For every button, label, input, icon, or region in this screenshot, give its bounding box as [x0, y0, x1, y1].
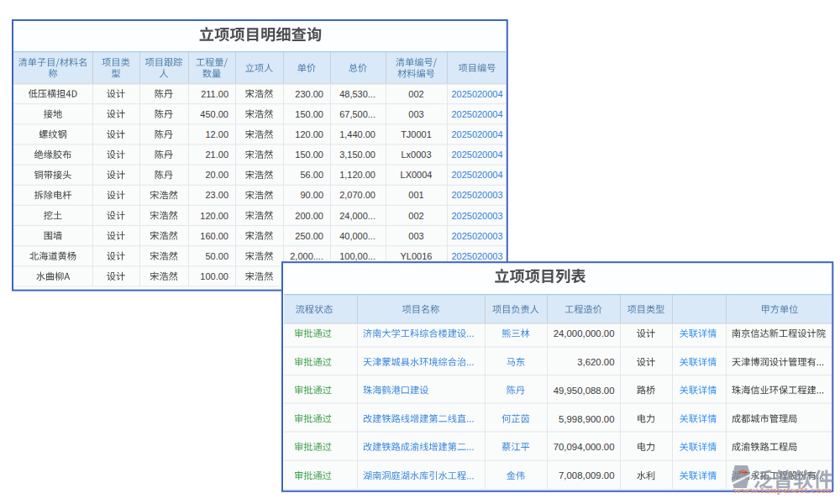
svg-text:49,950,088.00: 49,950,088.00 [554, 386, 615, 396]
svg-text:7,008,009.00: 7,008,009.00 [559, 470, 615, 480]
svg-text:24,000,000.00: 24,000,000.00 [554, 328, 615, 339]
svg-text:200.00: 200.00 [295, 211, 323, 221]
svg-text:100.00: 100.00 [200, 271, 228, 281]
svg-text:2025020004: 2025020004 [451, 129, 502, 139]
svg-text:TJ0001: TJ0001 [401, 129, 432, 139]
svg-text:1,120.00: 1,120.00 [339, 170, 375, 180]
svg-text:21.00: 21.00 [205, 150, 228, 160]
svg-text:3,620.00: 3,620.00 [577, 357, 614, 367]
svg-text:70,094,000.00: 70,094,000.00 [554, 442, 615, 452]
svg-text:2025020003: 2025020003 [451, 251, 502, 261]
svg-text:2025020004: 2025020004 [451, 170, 502, 180]
svg-text:2025020004: 2025020004 [451, 109, 502, 119]
svg-text:12.00: 12.00 [205, 129, 228, 139]
svg-text:2025020004: 2025020004 [451, 89, 502, 99]
svg-text:450.00: 450.00 [200, 109, 228, 119]
svg-text:67,500...: 67,500... [339, 109, 375, 119]
svg-text:150.00: 150.00 [295, 109, 323, 119]
svg-text:50.00: 50.00 [205, 251, 228, 261]
svg-text:www.fanpusoft.com: www.fanpusoft.com [733, 485, 832, 495]
svg-text:LX0004: LX0004 [401, 170, 433, 180]
svg-text:001: 001 [408, 190, 423, 200]
svg-text:56.00: 56.00 [300, 170, 323, 180]
svg-text:YL0016: YL0016 [401, 251, 433, 261]
svg-text:3,150.00: 3,150.00 [339, 150, 375, 160]
svg-text:1,440.00: 1,440.00 [339, 129, 375, 139]
svg-text:003: 003 [408, 109, 423, 119]
svg-text:40,000...: 40,000... [339, 231, 375, 241]
svg-text:20.00: 20.00 [205, 170, 228, 180]
svg-text:2,000....: 2,000.... [290, 251, 323, 261]
svg-text:24,000...: 24,000... [339, 211, 375, 221]
svg-text:211.00: 211.00 [201, 89, 228, 99]
svg-text:160.00: 160.00 [200, 231, 228, 241]
svg-text:5,998,900.00: 5,998,900.00 [559, 414, 615, 424]
svg-text:2025020003: 2025020003 [451, 231, 502, 241]
svg-text:002: 002 [408, 89, 423, 99]
svg-text:2025020003: 2025020003 [451, 190, 502, 200]
svg-text:250.00: 250.00 [295, 231, 323, 241]
svg-text:120.00: 120.00 [295, 129, 323, 139]
svg-text:002: 002 [408, 211, 423, 221]
svg-text:003: 003 [408, 231, 423, 241]
svg-text:230.00: 230.00 [295, 89, 323, 99]
svg-text:2,070.00: 2,070.00 [339, 190, 375, 200]
svg-text:Lx0003: Lx0003 [401, 150, 431, 160]
svg-text:2025020004: 2025020004 [451, 150, 502, 160]
svg-text:150.00: 150.00 [295, 150, 323, 160]
svg-text:100,00...: 100,00... [339, 251, 375, 261]
svg-text:90.00: 90.00 [300, 190, 323, 200]
svg-text:23.00: 23.00 [205, 190, 228, 200]
svg-text:48,530...: 48,530... [339, 89, 375, 99]
svg-text:120.00: 120.00 [200, 211, 228, 221]
svg-text:2025020003: 2025020003 [451, 211, 502, 221]
